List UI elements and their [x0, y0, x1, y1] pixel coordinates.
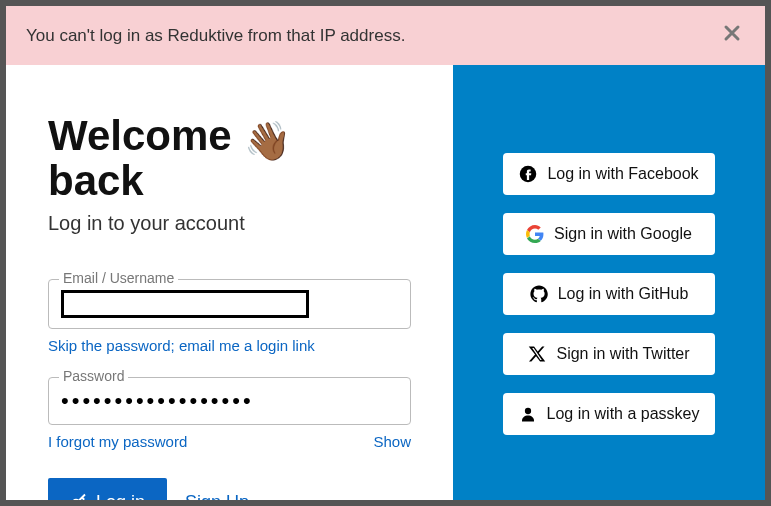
error-message: You can't log in as Reduktive from that …: [26, 26, 405, 46]
wave-icon: 👋🏾: [244, 119, 291, 163]
main-content: Welcomeback 👋🏾 Log in to your account Em…: [6, 65, 765, 500]
password-field-wrap: Password ••••••••••••••••••: [48, 377, 411, 425]
password-field[interactable]: ••••••••••••••••••: [61, 388, 254, 413]
svg-point-2: [524, 408, 530, 414]
show-password-link[interactable]: Show: [373, 433, 411, 450]
email-label: Email / Username: [59, 270, 178, 286]
x-icon: [528, 345, 546, 363]
login-dialog: You can't log in as Reduktive from that …: [6, 6, 765, 500]
github-icon: [530, 285, 548, 303]
key-icon: [70, 493, 88, 500]
twitter-sso-button[interactable]: Sign in with Twitter: [503, 333, 715, 375]
signup-link[interactable]: Sign Up: [185, 492, 249, 500]
email-field[interactable]: [61, 290, 309, 318]
page-title: Welcomeback: [48, 113, 232, 204]
github-sso-button[interactable]: Log in with GitHub: [503, 273, 715, 315]
error-alert: You can't log in as Reduktive from that …: [6, 6, 765, 65]
close-icon[interactable]: [719, 20, 745, 51]
login-button[interactable]: Log in: [48, 478, 167, 500]
page-subtitle: Log in to your account: [48, 212, 411, 235]
google-sso-button[interactable]: Sign in with Google: [503, 213, 715, 255]
user-icon: [519, 405, 537, 423]
left-panel: Welcomeback 👋🏾 Log in to your account Em…: [6, 65, 453, 500]
skip-password-link[interactable]: Skip the password; email me a login link: [48, 337, 315, 354]
email-field-wrap: Email / Username: [48, 279, 411, 329]
sso-panel: Log in with Facebook Sign in with Google…: [453, 65, 765, 500]
forgot-password-link[interactable]: I forgot my password: [48, 433, 187, 450]
google-icon: [526, 225, 544, 243]
passkey-sso-button[interactable]: Log in with a passkey: [503, 393, 715, 435]
password-label: Password: [59, 368, 128, 384]
facebook-icon: [519, 165, 537, 183]
facebook-sso-button[interactable]: Log in with Facebook: [503, 153, 715, 195]
